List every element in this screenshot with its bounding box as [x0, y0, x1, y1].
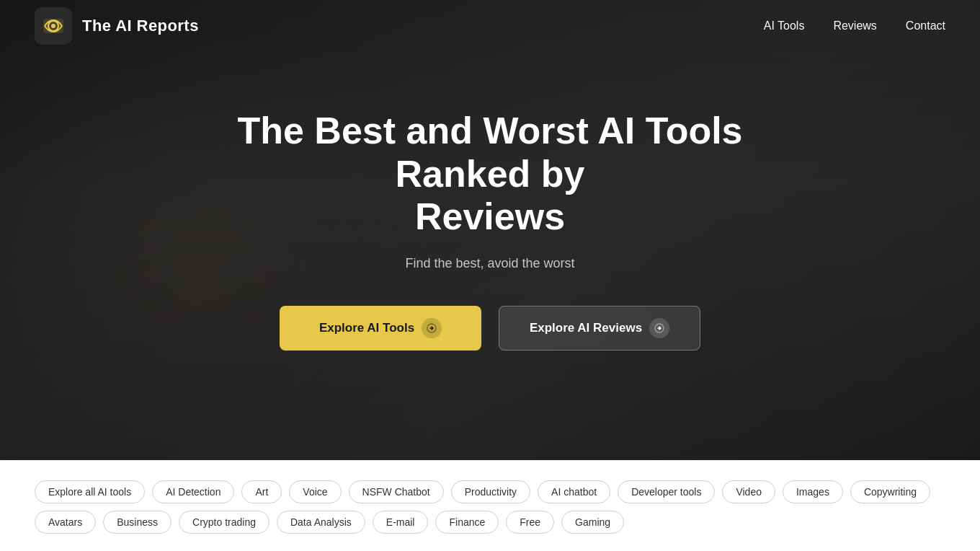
tag-data-analysis[interactable]: Data Analysis — [277, 511, 365, 534]
tag-images[interactable]: Images — [783, 480, 843, 503]
tag-video[interactable]: Video — [722, 480, 775, 503]
tag-free[interactable]: Free — [506, 511, 554, 534]
tag-nsfw-chatbot[interactable]: NSFW Chatbot — [349, 480, 444, 503]
tag-e-mail[interactable]: E-mail — [373, 511, 429, 534]
tag-business[interactable]: Business — [103, 511, 172, 534]
tag-art[interactable]: Art — [241, 480, 282, 503]
tag-copywriting[interactable]: Copywriting — [850, 480, 930, 503]
logo-svg — [42, 14, 65, 38]
explore-reviews-icon — [649, 318, 669, 338]
tag-finance[interactable]: Finance — [435, 511, 499, 534]
tag-avatars[interactable]: Avatars — [35, 511, 96, 534]
main-nav: AI Tools Reviews Contact — [764, 19, 945, 32]
tag-developer-tools[interactable]: Developer tools — [618, 480, 715, 503]
hero-content: The Best and Worst AI Tools Ranked by Re… — [166, 110, 814, 351]
nav-ai-tools[interactable]: AI Tools — [764, 19, 805, 32]
nav-contact[interactable]: Contact — [906, 19, 945, 32]
logo-text: The AI Reports — [82, 17, 199, 35]
site-header: The AI Reports AI Tools Reviews Contact — [0, 0, 980, 52]
svg-point-2 — [51, 24, 55, 28]
hero-subtitle: Find the best, avoid the worst — [180, 256, 800, 271]
tag-ai-chatbot[interactable]: AI chatbot — [538, 480, 610, 503]
explore-tools-button[interactable]: Explore AI Tools — [280, 306, 481, 351]
hero-section: The Best and Worst AI Tools Ranked by Re… — [0, 0, 980, 460]
hero-buttons: Explore AI Tools Explore AI Reviews — [180, 306, 800, 351]
tags-section: Explore all AI tools AI Detection Art Vo… — [0, 460, 980, 551]
explore-tools-icon — [422, 318, 442, 338]
nav-reviews[interactable]: Reviews — [833, 19, 876, 32]
logo-link[interactable]: The AI Reports — [35, 7, 199, 45]
logo-icon — [35, 7, 72, 45]
tag-crypto-trading[interactable]: Crypto trading — [179, 511, 270, 534]
explore-reviews-button[interactable]: Explore AI Reviews — [499, 306, 700, 351]
tag-ai-detection[interactable]: AI Detection — [152, 480, 234, 503]
tag-gaming[interactable]: Gaming — [561, 511, 624, 534]
tag-productivity[interactable]: Productivity — [451, 480, 530, 503]
tag-explore-all-ai-tools[interactable]: Explore all AI tools — [35, 480, 145, 503]
hero-title: The Best and Worst AI Tools Ranked by Re… — [180, 110, 800, 239]
tag-voice[interactable]: Voice — [289, 480, 341, 503]
